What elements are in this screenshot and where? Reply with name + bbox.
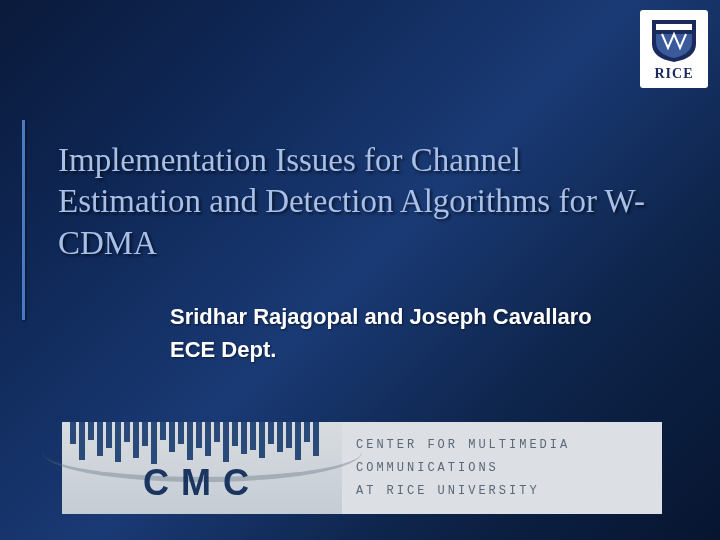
rice-logo-text: RICE bbox=[654, 66, 693, 82]
authors-block: Sridhar Rajagopal and Joseph Cavallaro E… bbox=[170, 300, 670, 366]
footer-line3: AT RICE UNIVERSITY bbox=[356, 480, 648, 503]
rice-logo: RICE bbox=[640, 10, 708, 88]
title-block: Implementation Issues for Channel Estima… bbox=[58, 140, 658, 264]
accent-line bbox=[22, 120, 25, 320]
footer-line1: CENTER FOR MULTIMEDIA bbox=[356, 434, 648, 457]
cmc-footer-logo: CMC CENTER FOR MULTIMEDIA COMMUNICATIONS… bbox=[62, 422, 662, 514]
cmc-mark: CMC bbox=[62, 422, 342, 514]
footer-line2: COMMUNICATIONS bbox=[356, 457, 648, 480]
department: ECE Dept. bbox=[170, 333, 670, 366]
slide-title: Implementation Issues for Channel Estima… bbox=[58, 140, 658, 264]
authors: Sridhar Rajagopal and Joseph Cavallaro bbox=[170, 300, 670, 333]
shield-icon bbox=[648, 16, 700, 64]
cmc-acronym: CMC bbox=[62, 462, 342, 504]
cmc-full-name: CENTER FOR MULTIMEDIA COMMUNICATIONS AT … bbox=[342, 422, 662, 514]
